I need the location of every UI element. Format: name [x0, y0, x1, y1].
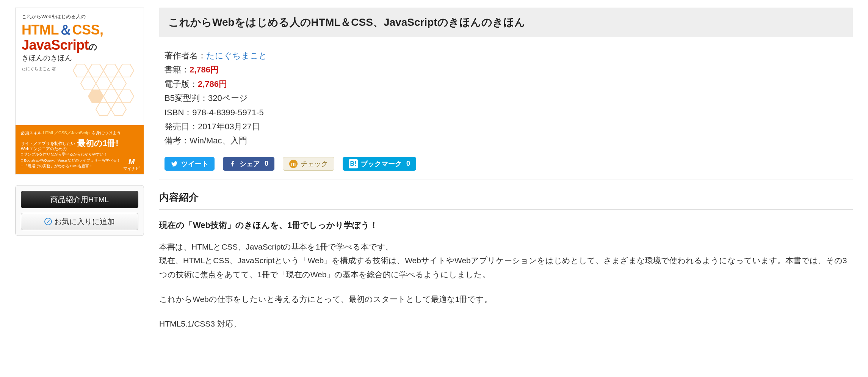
page-title: これからWebをはじめる人のHTML＆CSS、JavaScriptのきほんのきほ…	[159, 8, 853, 37]
svg-marker-3	[119, 64, 134, 77]
mixi-icon: m	[289, 160, 298, 168]
add-favorite-button[interactable]: ✓ お気に入りに追加	[21, 213, 138, 230]
share-label: シェア	[240, 159, 260, 168]
facebook-icon	[229, 160, 237, 168]
svg-marker-5	[96, 77, 111, 90]
hexagon-decoration	[66, 58, 141, 123]
svg-marker-8	[103, 90, 119, 103]
meta-ebook-price: 電子版：2,786円	[165, 77, 853, 91]
check-icon: ✓	[44, 218, 52, 225]
book-meta: 著作者名：たにぐちまこと 書籍：2,786円 電子版：2,786円 B5変型判：…	[165, 49, 853, 148]
hatena-bookmark-button[interactable]: B! ブックマーク 0	[343, 157, 416, 171]
mixi-label: チェック	[301, 159, 328, 168]
cover-title-line1: HTML＆CSS,	[22, 22, 138, 38]
meta-note: 備考：Win/Mac、入門	[165, 134, 853, 148]
svg-marker-4	[81, 77, 96, 90]
social-row: ツイート シェア 0 m チェック B! ブックマーク 0	[165, 157, 853, 171]
body-paragraph-3: HTML5.1/CSS3 対応。	[159, 317, 853, 331]
side-panel: 商品紹介用HTML ✓ お気に入りに追加	[15, 185, 144, 236]
hatena-label: ブックマーク	[361, 159, 402, 168]
svg-marker-9	[119, 90, 134, 103]
hatena-icon: B!	[349, 159, 358, 168]
share-count: 0	[265, 160, 268, 168]
hatena-count: 0	[406, 160, 410, 168]
meta-book-price: 書籍：2,786円	[165, 63, 853, 77]
meta-isbn: ISBN：978-4-8399-5971-5	[165, 105, 853, 119]
meta-release: 発売日：2017年03月27日	[165, 119, 853, 134]
book-cover: これからWebをはじめる人の HTML＆CSS, JavaScriptの きほん…	[15, 8, 144, 174]
author-link[interactable]: たにぐちまこと	[206, 51, 267, 60]
publisher-logo: M マイナビ	[123, 157, 140, 171]
tweet-button[interactable]: ツイート	[165, 157, 215, 171]
body-paragraph-1: 本書は、HTMLとCSS、JavaScriptの基本を1冊で学べる本です。 現在…	[159, 240, 853, 282]
svg-marker-7	[88, 90, 103, 103]
mixi-check-button[interactable]: m チェック	[283, 157, 334, 171]
body-paragraph-2: これからWebの仕事をしたいと考える方にとって、最初のスタートとして最適な1冊で…	[159, 292, 853, 306]
share-button[interactable]: シェア 0	[223, 157, 274, 171]
lead-text: 現在の「Web技術」のきほんを、1冊でしっかり学ぼう！	[159, 220, 853, 231]
tweet-label: ツイート	[181, 159, 208, 168]
add-favorite-label: お気に入りに追加	[54, 217, 115, 227]
svg-marker-0	[73, 64, 88, 77]
svg-marker-1	[88, 64, 103, 77]
cover-band: 必須スキル HTML／CSS／JavaScript を身につけよう サイト／アプ…	[16, 125, 144, 174]
cover-pretitle: これからWebをはじめる人の	[22, 13, 138, 20]
twitter-icon	[171, 160, 178, 168]
product-html-button[interactable]: 商品紹介用HTML	[21, 191, 138, 208]
cover-title-line2: JavaScriptの	[22, 38, 138, 53]
meta-author: 著作者名：たにぐちまこと	[165, 49, 853, 63]
section-heading: 内容紹介	[159, 187, 853, 210]
svg-marker-10	[96, 103, 111, 116]
svg-marker-6	[111, 77, 126, 90]
meta-format: B5変型判：320ページ	[165, 91, 853, 105]
svg-marker-2	[103, 64, 119, 77]
svg-marker-11	[111, 103, 126, 116]
divider	[159, 179, 853, 179]
